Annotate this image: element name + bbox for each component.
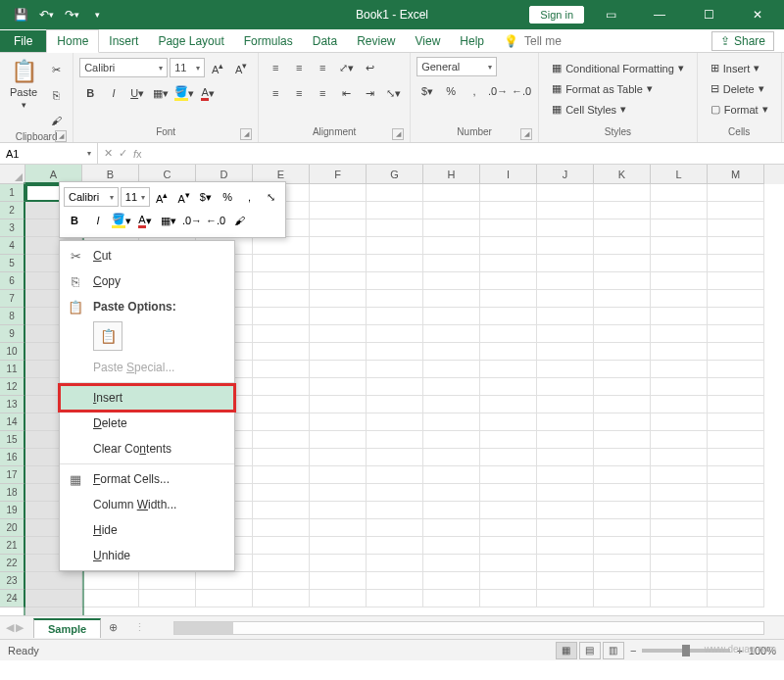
- mini-accounting[interactable]: $▾: [196, 186, 216, 208]
- tab-help[interactable]: Help: [450, 30, 494, 52]
- zoom-out-button[interactable]: −: [630, 645, 636, 656]
- mini-inc-font[interactable]: A▴: [152, 186, 172, 208]
- qat-customize[interactable]: ▾: [84, 2, 110, 27]
- increase-font-button[interactable]: A▴: [207, 57, 228, 78]
- fill-color-button[interactable]: 🪣▾: [173, 82, 195, 104]
- column-header[interactable]: K: [594, 165, 651, 184]
- comma-format-button[interactable]: ,: [464, 80, 485, 102]
- name-box[interactable]: A1▾: [0, 143, 98, 164]
- page-layout-view-button[interactable]: ▤: [579, 642, 601, 659]
- accounting-format-button[interactable]: $▾: [416, 80, 438, 102]
- italic-button[interactable]: I: [103, 82, 124, 104]
- mini-comma[interactable]: ,: [239, 186, 259, 208]
- ribbon-display-options[interactable]: ▭: [588, 0, 633, 29]
- ctx-unhide[interactable]: Unhide: [60, 543, 234, 568]
- row-header[interactable]: 2: [0, 202, 25, 219]
- row-header[interactable]: 16: [0, 449, 25, 466]
- row-header[interactable]: 4: [0, 237, 25, 255]
- share-button[interactable]: ⇪Share: [711, 31, 774, 51]
- ctx-format-cells[interactable]: ▦Format Cells...: [60, 466, 234, 492]
- ctx-hide[interactable]: Hide: [60, 517, 234, 543]
- format-painter-button[interactable]: 🖌: [45, 110, 67, 131]
- mini-format-painter[interactable]: 🖌: [228, 210, 250, 231]
- row-header[interactable]: 20: [0, 519, 25, 537]
- row-header[interactable]: 18: [0, 484, 25, 502]
- zoom-thumb[interactable]: [682, 645, 690, 656]
- page-break-view-button[interactable]: ▥: [603, 642, 624, 659]
- tab-page-layout[interactable]: Page Layout: [148, 30, 233, 52]
- column-header[interactable]: L: [651, 165, 708, 184]
- select-all-corner[interactable]: [0, 165, 25, 184]
- tab-file[interactable]: File: [0, 30, 46, 52]
- font-color-button[interactable]: A▾: [197, 82, 219, 104]
- align-left-button[interactable]: ≡: [265, 82, 286, 104]
- next-sheet-button[interactable]: ▶: [16, 621, 24, 634]
- mini-size-combo[interactable]: 11▾: [121, 187, 150, 207]
- tab-view[interactable]: View: [406, 30, 451, 52]
- row-header[interactable]: 11: [0, 361, 25, 378]
- percent-format-button[interactable]: %: [440, 80, 462, 102]
- mini-percent[interactable]: %: [218, 186, 237, 208]
- close-button[interactable]: ✕: [735, 0, 780, 29]
- horizontal-scrollbar[interactable]: [173, 621, 764, 635]
- decrease-decimal-button[interactable]: ←.0: [511, 80, 532, 102]
- increase-decimal-button[interactable]: .0→: [487, 80, 509, 102]
- tab-formulas[interactable]: Formulas: [234, 30, 303, 52]
- insert-cells-button[interactable]: ⊞Insert▾: [706, 59, 773, 77]
- ctx-insert[interactable]: Insert: [60, 385, 234, 411]
- align-top-button[interactable]: ≡: [265, 57, 286, 78]
- decrease-font-button[interactable]: A▾: [230, 57, 252, 78]
- row-header[interactable]: 15: [0, 431, 25, 449]
- row-header[interactable]: 7: [0, 290, 25, 308]
- format-cells-button[interactable]: ▢Format▾: [706, 100, 773, 119]
- mini-font-combo[interactable]: Calibri▾: [64, 187, 119, 207]
- mini-italic[interactable]: I: [87, 210, 109, 231]
- row-header[interactable]: 14: [0, 413, 25, 431]
- dialog-launcher-clipboard[interactable]: ◢: [55, 130, 67, 142]
- row-header[interactable]: 8: [0, 308, 25, 325]
- signin-button[interactable]: Sign in: [529, 6, 584, 24]
- minimize-button[interactable]: —: [637, 0, 682, 29]
- sheet-tab-active[interactable]: Sample: [33, 618, 101, 638]
- dialog-launcher-font[interactable]: ◢: [240, 128, 252, 140]
- maximize-button[interactable]: ☐: [686, 0, 731, 29]
- prev-sheet-button[interactable]: ◀: [6, 621, 14, 634]
- row-header[interactable]: 12: [0, 378, 25, 396]
- orientation-button[interactable]: ⤢▾: [335, 57, 357, 78]
- align-middle-button[interactable]: ≡: [288, 57, 310, 78]
- mini-borders[interactable]: ▦▾: [158, 210, 179, 231]
- tab-home[interactable]: Home: [46, 29, 99, 53]
- tab-data[interactable]: Data: [303, 30, 347, 52]
- row-header[interactable]: 5: [0, 255, 25, 272]
- dialog-launcher-number[interactable]: ◢: [520, 128, 532, 140]
- underline-button[interactable]: U▾: [126, 82, 148, 104]
- ctx-column-width[interactable]: Column Width...: [60, 492, 234, 517]
- row-header[interactable]: 9: [0, 325, 25, 343]
- mini-bold[interactable]: B: [64, 210, 85, 231]
- column-header[interactable]: G: [367, 165, 423, 184]
- paste-option-default[interactable]: 📋: [93, 321, 122, 351]
- row-header[interactable]: 17: [0, 466, 25, 484]
- undo-button[interactable]: ↶▾: [33, 2, 59, 27]
- fx-icon[interactable]: fx: [133, 148, 142, 160]
- ctx-copy[interactable]: ⎘Copy: [60, 268, 234, 294]
- dialog-launcher-alignment[interactable]: ◢: [392, 128, 404, 140]
- increase-indent-button[interactable]: ⇥: [359, 82, 380, 104]
- row-header[interactable]: 22: [0, 555, 25, 572]
- delete-cells-button[interactable]: ⊟Delete▾: [706, 79, 773, 98]
- wrap-text-button[interactable]: ↩: [359, 57, 380, 78]
- ctx-delete[interactable]: Delete: [60, 411, 234, 436]
- row-header[interactable]: 1: [0, 184, 25, 202]
- mini-inc-decimal[interactable]: .0→: [181, 210, 203, 231]
- row-header[interactable]: 19: [0, 502, 25, 519]
- mini-dec-font[interactable]: A▾: [173, 186, 193, 208]
- row-header[interactable]: 21: [0, 537, 25, 555]
- row-header[interactable]: 24: [0, 590, 25, 607]
- ctx-cut[interactable]: ✂Cut: [60, 243, 234, 268]
- number-format-combo[interactable]: General▾: [416, 57, 497, 76]
- add-sheet-button[interactable]: ⊕: [101, 618, 124, 638]
- conditional-formatting-button[interactable]: ▦Conditional Formatting▾: [547, 59, 689, 77]
- save-button[interactable]: 💾: [8, 2, 33, 27]
- copy-button[interactable]: ⎘: [45, 84, 67, 106]
- align-bottom-button[interactable]: ≡: [312, 57, 333, 78]
